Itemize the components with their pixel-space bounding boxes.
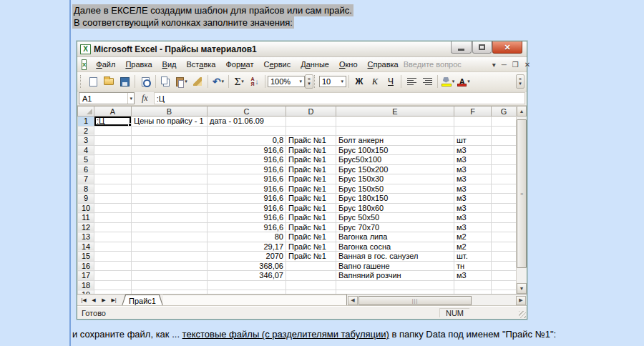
cell-B6[interactable] [132,164,208,174]
column-header-F[interactable]: F [454,107,492,117]
row-header-11[interactable]: 11 [78,213,94,223]
cell-C7[interactable]: 916,6 [208,174,286,184]
maximize-button[interactable] [472,41,492,54]
autosum-button[interactable]: Σ▾ [231,74,247,89]
cell-D2[interactable] [286,126,336,136]
cell-B4[interactable] [132,145,208,155]
scroll-right-icon[interactable]: ▶ [516,296,526,305]
column-header-A[interactable]: A [94,107,132,117]
cell-B2[interactable] [132,126,208,136]
outro-underlined-link[interactable]: текстовые файлы (с разделителями табуляц… [182,329,389,340]
cell-D10[interactable]: Прайс №1 [286,203,336,213]
cell-D16[interactable] [286,261,336,271]
cell-G10[interactable] [492,203,517,213]
cell-F13[interactable]: м2 [454,232,492,242]
row-header-16[interactable]: 16 [78,261,94,271]
cell-C1[interactable]: дата - 01.06.09 [208,117,286,127]
row-header-6[interactable]: 6 [78,164,94,174]
cell-G4[interactable] [492,145,517,155]
cell-A5[interactable] [94,155,132,165]
scroll-down-icon[interactable]: ▼ [517,283,527,294]
cell-C2[interactable] [208,126,286,136]
cell-D6[interactable]: Прайс №1 [286,164,336,174]
cell-C10[interactable]: 916,6 [208,203,286,213]
print-preview-button[interactable] [137,74,153,89]
cell-A6[interactable] [94,164,132,174]
menu-сервис[interactable]: Сервис [259,59,296,70]
save-button[interactable] [117,74,132,89]
column-header-G[interactable]: G [492,107,517,117]
font-color-button[interactable]: A▾ [456,74,472,89]
row-header-2[interactable]: 2 [78,126,94,136]
cell-D11[interactable]: Прайс №1 [286,213,336,223]
cell-G6[interactable] [492,164,517,174]
cell-D3[interactable]: Прайс №1 [286,136,336,146]
cell-E9[interactable]: Брус 180x150 [336,194,454,204]
row-header-5[interactable]: 5 [78,155,94,165]
cell-A13[interactable] [94,232,132,242]
cell-E2[interactable] [336,126,454,136]
cell-C18[interactable] [208,280,286,290]
cell-A3[interactable] [94,136,132,146]
cell-C3[interactable]: 0,8 [208,136,286,146]
cell-G1[interactable] [492,117,517,127]
undo-button[interactable]: ↶▾ [210,74,226,89]
cell-G16[interactable] [492,261,517,271]
horizontal-scroll-thumb[interactable]: ||| [358,296,472,305]
cell-G7[interactable] [492,174,517,184]
cell-F5[interactable]: м3 [454,155,492,165]
scroll-left-icon[interactable]: ◀ [348,296,358,305]
cell-E14[interactable]: Вагонка сосна [336,242,454,252]
column-header-D[interactable]: D [286,107,336,117]
cell-B15[interactable] [132,252,208,262]
menu-данные[interactable]: Данные [296,59,334,70]
align-right-button[interactable] [419,74,435,89]
menu-правка[interactable]: Правка [120,59,157,70]
italic-button[interactable]: К [367,74,383,89]
cell-D5[interactable]: Прайс №1 [286,155,336,165]
menu-формат[interactable]: Формат [220,59,258,70]
cell-B9[interactable] [132,194,208,204]
cell-F1[interactable] [454,117,492,127]
cell-F6[interactable]: м3 [454,164,492,174]
cell-C8[interactable]: 916,6 [208,184,286,194]
cell-G2[interactable] [492,126,517,136]
paste-button[interactable]: ▾ [174,74,190,89]
cell-D14[interactable]: Прайс №1 [286,242,336,252]
formula-input[interactable]: :Ц [154,92,525,104]
cell-E3[interactable]: Болт анкерн [336,136,454,146]
cell-D17[interactable] [286,271,336,281]
cell-D15[interactable]: Прайс №1 [286,252,336,262]
cell-G18[interactable] [492,280,517,290]
zoom-combo[interactable]: 100%▾ [268,76,305,87]
font-size-combo[interactable]: 10▾ [319,76,346,87]
cell-C14[interactable]: 29,17 [208,242,286,252]
autosum-dropdown-icon[interactable]: ▾ [241,79,244,84]
cell-B10[interactable] [132,203,208,213]
cell-C13[interactable]: 80 [208,232,286,242]
font-color-dropdown-icon[interactable]: ▾ [467,79,470,84]
cell-G15[interactable] [492,252,517,262]
row-header-10[interactable]: 10 [78,203,94,213]
align-left-button[interactable] [404,74,419,89]
cell-C16[interactable]: 368,06 [208,261,286,271]
toolbar-grip[interactable] [314,75,316,88]
cell-C12[interactable]: 916,6 [208,222,286,232]
cell-D13[interactable]: Прайс №1 [286,232,336,242]
cell-A12[interactable] [94,222,132,232]
cell-B17[interactable] [132,271,208,281]
vertical-scrollbar[interactable]: ▲ ≡ ▼ [516,106,527,294]
menu-справка[interactable]: Справка [363,59,404,70]
toolbar-grip[interactable] [80,75,82,88]
cell-D8[interactable]: Прайс №1 [286,184,336,194]
fill-color-dropdown-icon[interactable]: ▾ [452,79,455,84]
cell-F14[interactable]: м2 [454,242,492,252]
cell-G3[interactable] [492,136,517,146]
cell-E17[interactable]: Вапняний розчин [336,271,454,281]
cell-B12[interactable] [132,222,208,232]
undo-dropdown-icon[interactable]: ▾ [222,79,225,84]
cell-B11[interactable] [132,213,208,223]
last-sheet-icon[interactable]: ▶| [109,296,119,305]
window-close-icon[interactable]: ✕ [522,61,533,69]
font-size-dropdown-icon[interactable]: ▾ [341,79,343,84]
